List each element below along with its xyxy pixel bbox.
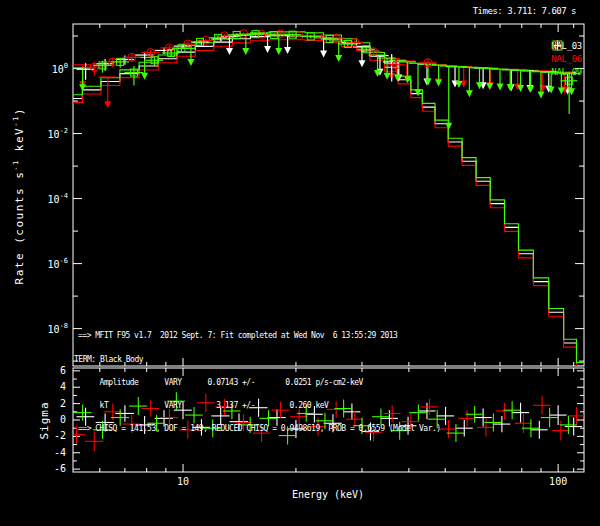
sigma-tick-label: 2: [60, 398, 66, 409]
time-range-label: Times: 3.711: 7.607 s: [473, 6, 576, 16]
limit-arrow-NAL_03: [320, 50, 327, 57]
sigma-tick-label: -6: [54, 463, 66, 474]
limit-arrow-NAL_06: [539, 85, 546, 92]
x-tick-label: 10: [177, 476, 189, 487]
rmfit-spectral-fit-window: 1010010010-210-410-610-86420-2-4-6 Times…: [0, 0, 600, 526]
limit-arrow-NAL_09: [455, 81, 462, 88]
limit-arrow-NAL_09: [141, 73, 148, 80]
rate-tick-label: 10-6: [48, 257, 68, 270]
energy-axis-title: Energy (keV): [258, 489, 398, 500]
model-curve-NAL_09: [63, 32, 592, 363]
rate-tick-label: 10-8: [48, 322, 68, 335]
limit-arrow-NAL_09: [187, 59, 194, 66]
fit-kt-line: kT VARY 3.137 +/- 0.260 keV: [78, 402, 441, 410]
limit-arrow-NAL_09: [335, 55, 342, 62]
legend-item-nal_09: NAL_09: [551, 65, 582, 78]
rate-axis-title: Rate (counts s-1 keV-1): [12, 81, 26, 311]
limit-arrow-NAL_03: [264, 46, 271, 53]
data-points: [76, 30, 577, 114]
limit-arrow-NAL_03: [284, 47, 291, 54]
limit-arrow-NAL_09: [486, 83, 493, 90]
fit-results-text: ==> MFIT F95 v1.7 2012 Sept. 7: Fit comp…: [78, 317, 441, 448]
limit-arrow-NAL_09: [537, 91, 544, 98]
fit-amplitude-line: Amplitude VARY 0.07143 +/- 0.0251 p/s-cm…: [78, 379, 441, 387]
limit-arrow-NAL_09: [445, 123, 452, 130]
fit-completed-line: ==> MFIT F95 v1.7 2012 Sept. 7: Fit comp…: [78, 332, 441, 340]
limit-arrow-NAL_09: [497, 84, 504, 91]
fit-term-line: TERM: Black Body: [74, 356, 441, 364]
limit-arrow-NAL_09: [414, 89, 421, 96]
limit-arrow-NAL_09: [242, 48, 249, 55]
fit-chisq-line: ==> CHISQ = 141.53, DOF = 149, REDUCED C…: [78, 425, 441, 433]
sigma-tick-label: -4: [54, 447, 66, 458]
limit-arrow-NAL_09: [527, 86, 534, 93]
limit-arrow-NAL_09: [435, 80, 442, 87]
limit-arrow-NAL_03: [358, 60, 365, 67]
rate-tick-label: 10-2: [48, 127, 68, 140]
detector-legend: NAL_03NAL_06NAL_09: [551, 39, 582, 78]
limit-arrow-NAL_09: [275, 48, 282, 55]
sigma-tick-label: 0: [60, 414, 66, 425]
main-panel-frame: [73, 24, 584, 366]
legend-label: NAL_06: [551, 54, 582, 64]
sigma-tick-label: -2: [54, 430, 66, 441]
limit-arrow-NAL_03: [226, 48, 233, 55]
sigma-axis-title: Sigma: [38, 391, 51, 451]
limit-arrow-NAL_09: [466, 90, 473, 97]
rate-tick-label: 10-4: [48, 192, 68, 205]
sigma-tick-label: 6: [60, 365, 66, 376]
legend-label: NAL_09: [551, 67, 582, 77]
sigma-tick-label: 4: [60, 381, 66, 392]
square-marker-icon: [551, 39, 564, 52]
limit-arrow-NAL_06: [104, 101, 111, 108]
legend-item-nal_06: NAL_06: [551, 52, 582, 65]
rate-tick-label: 100: [52, 62, 68, 75]
limit-arrow-NAL_09: [384, 73, 391, 80]
x-tick-label: 100: [549, 476, 567, 487]
